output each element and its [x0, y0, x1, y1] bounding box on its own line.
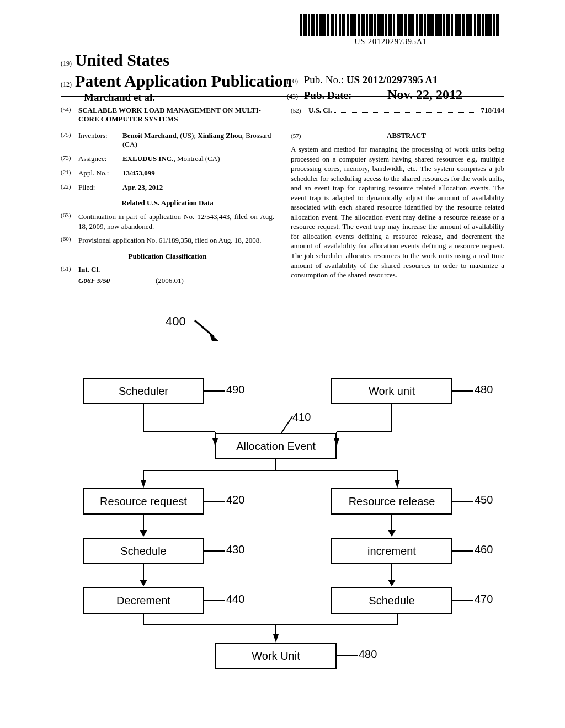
lead-420 — [204, 501, 225, 502]
label-440: 440 — [226, 593, 244, 606]
abstract-text: A system and method for managing the pro… — [291, 144, 504, 280]
assignee-row: (73) Assignee: EXLUDUS INC., Montreal (C… — [61, 154, 274, 163]
field-num-57: (57) — [291, 132, 308, 139]
publication-type: Patent Application Publication — [75, 72, 292, 90]
box-work-unit-top-label: Work unit — [369, 385, 415, 398]
lead-450 — [452, 501, 473, 502]
field-num-60: (60) — [61, 235, 78, 245]
lead-480-top — [452, 390, 473, 392]
box-resource-request: Resource request — [83, 488, 204, 515]
provisional-row: (60) Provisional application No. 61/189,… — [61, 235, 274, 245]
filed-row: (22) Filed: Apr. 23, 2012 — [61, 183, 274, 192]
box-scheduler-label: Scheduler — [119, 385, 168, 398]
svg-marker-16 — [395, 480, 400, 488]
box-scheduler: Scheduler — [83, 378, 204, 404]
box-resource-release-label: Resource release — [349, 495, 435, 508]
lead-430 — [204, 550, 225, 552]
box-schedule-left-label: Schedule — [120, 545, 166, 558]
label-470: 470 — [475, 593, 493, 606]
svg-marker-1 — [210, 334, 218, 341]
assignee-label: Assignee: — [78, 154, 122, 163]
label-460: 460 — [475, 543, 493, 556]
inventor-2: Xinliang Zhou — [198, 131, 242, 140]
field-num-22: (22) — [61, 183, 78, 192]
pub-no-value: US 2012/0297395 A1 — [347, 74, 438, 85]
pub-date-value: Nov. 22, 2012 — [387, 87, 462, 101]
us-cl-dots — [334, 112, 479, 113]
appl-row: (21) Appl. No.: 13/453,099 — [61, 169, 274, 178]
prefix-10: (10) — [287, 77, 298, 85]
box-schedule-right: Schedule — [331, 587, 452, 614]
field-num-52: (52) — [291, 107, 308, 114]
label-430: 430 — [226, 543, 244, 556]
svg-marker-10 — [334, 438, 339, 446]
box-allocation-event-label: Allocation Event — [236, 440, 315, 453]
label-410: 410 — [292, 411, 311, 424]
box-increment: increment — [331, 538, 452, 564]
figure-number: 400 — [166, 314, 186, 329]
box-work-unit-bottom: Work Unit — [215, 643, 337, 669]
int-cl-label: Int. Cl. — [78, 265, 274, 274]
lead-490 — [204, 390, 225, 392]
pub-no-line: (10) Pub. No.: US 2012/0297395 A1 — [287, 74, 438, 86]
related-heading: Related U.S. Application Data — [61, 199, 274, 207]
svg-line-0 — [195, 320, 214, 337]
prefix-12: (12) — [61, 81, 72, 89]
provisional-text: Provisional application No. 61/189,358, … — [78, 235, 261, 245]
box-schedule-left: Schedule — [83, 538, 204, 564]
box-decrement: Decrement — [83, 587, 204, 614]
svg-line-2 — [281, 416, 292, 433]
filed-label: Filed: — [78, 183, 122, 192]
lead-470 — [452, 600, 473, 601]
field-num-54: (54) — [61, 106, 78, 124]
arrow-req-sched — [138, 515, 149, 537]
continuation-text: Continuation-in-part of application No. … — [78, 212, 274, 231]
pub-date-line: (43) Pub. Date: Nov. 22, 2012 — [287, 87, 462, 102]
pub-no-label: Pub. No.: — [304, 74, 344, 85]
int-cl-code-row: G06F 9/50 (2006.01) — [78, 276, 274, 285]
field-num-21: (21) — [61, 169, 78, 178]
barcode-number: US 20120297395A1 — [354, 38, 427, 46]
int-cl-content: Int. Cl. G06F 9/50 (2006.01) — [78, 265, 274, 285]
box-resource-release: Resource release — [331, 488, 452, 515]
inventors-label: Inventors: — [78, 131, 122, 149]
us-cl-value: 718/104 — [481, 106, 504, 115]
header-rule — [61, 96, 504, 97]
int-cl-code: G06F 9/50 — [78, 276, 139, 285]
box-resource-request-label: Resource request — [100, 495, 187, 508]
field-num-63: (63) — [61, 212, 78, 231]
box-increment-label: increment — [367, 545, 416, 558]
conn-merge-bottom — [132, 614, 419, 644]
box-schedule-right-label: Schedule — [369, 595, 414, 607]
us-cl-row: (52) U.S. Cl. 718/104 — [291, 106, 504, 115]
label-450: 450 — [475, 494, 493, 506]
conn-workunit-alloc — [331, 404, 441, 448]
label-480-top: 480 — [475, 383, 493, 396]
svg-marker-6 — [212, 438, 218, 446]
inventor-1-loc: , (US); — [177, 131, 198, 140]
box-work-unit-bottom-label: Work Unit — [252, 650, 300, 662]
assignee-value: EXLUDUS INC., Montreal (CA) — [122, 154, 274, 163]
inventor-1: Benoit Marchand — [122, 131, 177, 140]
inventors-row: (75) Inventors: Benoit Marchand, (US); X… — [61, 131, 274, 149]
label-420: 420 — [226, 494, 244, 506]
lead-410 — [279, 414, 295, 436]
arrow-inc-sched — [386, 564, 397, 586]
abstract-heading: ABSTRACT — [308, 131, 504, 140]
prefix-19: (19) — [61, 60, 72, 68]
arrow-rel-inc — [386, 515, 397, 537]
lead-440 — [204, 600, 225, 601]
lead-460 — [452, 550, 473, 552]
conn-alloc-split — [132, 459, 419, 490]
svg-marker-21 — [273, 634, 279, 643]
assignee-loc: , Montreal (CA) — [173, 154, 220, 163]
filed-value: Apr. 23, 2012 — [122, 183, 274, 192]
label-480-bottom: 480 — [359, 648, 377, 661]
box-decrement-label: Decrement — [116, 595, 170, 607]
int-cl-row: (51) Int. Cl. G06F 9/50 (2006.01) — [61, 265, 274, 285]
assignee-name: EXLUDUS INC. — [122, 154, 173, 163]
appl-value: 13/453,099 — [122, 169, 274, 178]
title-row: (54) SCALABLE WORK LOAD MANAGEMENT ON MU… — [61, 106, 274, 124]
figure-400: 400 Scheduler 490 Work unit 480 Allocati… — [61, 314, 504, 689]
box-work-unit-top: Work unit — [331, 378, 452, 404]
